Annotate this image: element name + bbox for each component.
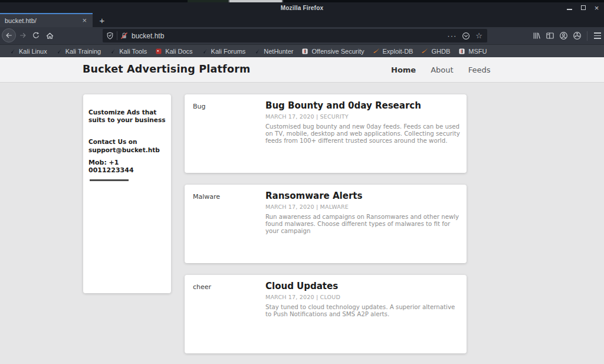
offsec-icon (458, 48, 465, 55)
offsec-icon (301, 48, 308, 55)
broken-image-alt-text: Malware (193, 193, 265, 201)
kali-dragon-icon (109, 48, 116, 55)
library-icon (532, 31, 541, 40)
url-actions: ··· ☆ (447, 32, 484, 40)
page-content: Customize Ads that suits to your busines… (0, 83, 604, 364)
nav-link-feeds[interactable]: Feeds (468, 65, 491, 74)
site-title: Bucket Advertising Platform (83, 63, 250, 75)
reload-icon (32, 31, 40, 40)
toolbar-separator (587, 31, 587, 41)
nav-link-home[interactable]: Home (391, 65, 416, 74)
back-button[interactable] (2, 28, 16, 42)
home-button[interactable] (43, 29, 56, 42)
insecure-lock-icon[interactable] (120, 32, 128, 40)
bookmark-exploit-db[interactable]: Exploit-DB (369, 45, 418, 58)
card-image-area: Bug (193, 100, 265, 167)
bookmark-label: Offensive Security (311, 48, 364, 55)
close-icon: × (595, 4, 599, 12)
reload-button[interactable] (29, 29, 42, 42)
bookmark-label: Kali Training (65, 48, 101, 55)
bookmark-label: Kali Linux (19, 48, 47, 55)
card-meta: MARCH 17, 2020 | CLOUD (265, 294, 461, 300)
bookmark-label: Kali Forums (211, 48, 246, 55)
bookmark-label: Kali Tools (119, 48, 147, 55)
kali-dragon-icon (9, 48, 16, 55)
card-description: Run awareness ad campaigns on Ransomware… (265, 214, 461, 235)
tab-close-icon[interactable]: × (81, 17, 88, 24)
toolbar-right-icons (530, 29, 604, 42)
card-body-area: Ransomware Alerts MARCH 17, 2020 | MALWA… (265, 191, 461, 257)
forward-icon (19, 31, 27, 40)
sidebar-mobile: Mob: +1 0011223344 (88, 159, 166, 174)
url-bar[interactable]: bucket.htb ··· ☆ (103, 29, 487, 42)
tab-bar: bucket.htb/ × + (0, 13, 604, 27)
bookmark-kali-training[interactable]: Kali Training (51, 45, 106, 58)
back-icon (5, 31, 13, 40)
ad-card-security: Bug Bug Bounty and 0day Research MARCH 1… (185, 94, 467, 173)
bookmark-label: Kali Docs (165, 48, 192, 55)
kali-dragon-icon (201, 48, 208, 55)
card-body-area: Cloud Updates MARCH 17, 2020 | CLOUD Sta… (265, 281, 461, 347)
new-tab-button[interactable]: + (94, 13, 110, 27)
pocket-icon[interactable] (462, 32, 470, 40)
minimize-button[interactable] (566, 4, 573, 12)
tracking-shield-icon[interactable] (106, 32, 114, 40)
home-icon (45, 31, 54, 40)
sidebar-toggle-button[interactable] (543, 29, 557, 42)
window-titlebar: Mozilla Firefox × (0, 2, 604, 13)
bookmark-kali-forums[interactable]: Kali Forums (197, 45, 250, 58)
bookmark-ghdb[interactable]: GHDB (417, 45, 454, 58)
sidebar-contact: Contact Us on support@bucket.htb (88, 138, 166, 153)
page-actions-icon[interactable]: ··· (447, 33, 457, 39)
bookmark-nethunter[interactable]: NetHunter (250, 45, 297, 58)
card-meta: MARCH 17, 2020 | SECURITY (265, 113, 461, 120)
minimize-icon (567, 9, 572, 10)
bookmark-kali-tools[interactable]: Kali Tools (105, 45, 151, 58)
sidebar-card: Customize Ads that suits to your busines… (83, 94, 171, 293)
ad-cards-column: Bug Bug Bounty and 0day Research MARCH 1… (185, 94, 467, 364)
kali-dragon-icon (254, 48, 261, 55)
library-button[interactable] (530, 29, 543, 42)
bookmark-offensive-security[interactable]: Offensive Security (297, 45, 368, 58)
hamburger-menu-icon (594, 32, 601, 38)
bookmark-kali-linux[interactable]: Kali Linux (5, 45, 51, 58)
nav-link-about[interactable]: About (431, 65, 453, 74)
tab-bucket-htb[interactable]: bucket.htb/ × (0, 13, 93, 27)
screen: { "window": { "title": "Mozilla Firefox"… (0, 0, 604, 364)
bookmark-star-icon[interactable]: ☆ (475, 32, 482, 40)
ad-card-cloud: cheer Cloud Updates MARCH 17, 2020 | CLO… (185, 275, 467, 353)
bookmark-label: Exploit-DB (383, 48, 413, 55)
card-body-area: Bug Bounty and 0day Research MARCH 17, 2… (265, 100, 461, 167)
bookmark-label: GHDB (431, 48, 450, 55)
menu-button[interactable] (590, 29, 604, 42)
account-button[interactable] (557, 29, 570, 42)
web-page: Bucket Advertising Platform Home About F… (0, 57, 604, 364)
card-image-area: cheer (193, 281, 265, 347)
kali-dragon-icon (55, 48, 63, 55)
card-description: Customised bug bounty and new 0day feeds… (265, 123, 461, 145)
bookmarks-toolbar: Kali Linux Kali Training Kali Tools Kali… (0, 44, 604, 57)
ad-card-malware: Malware Ransomware Alerts MARCH 17, 2020… (185, 185, 467, 263)
maximize-button[interactable] (579, 4, 587, 12)
broken-image-alt-text: Bug (193, 103, 265, 110)
tab-title: bucket.htb/ (5, 17, 81, 24)
bookmark-msfu[interactable]: MSFU (454, 45, 491, 58)
card-image-area: Malware (193, 191, 265, 257)
bookmark-kali-docs[interactable]: Kali Docs (151, 45, 196, 58)
url-text[interactable]: bucket.htb (132, 32, 447, 40)
forward-button[interactable] (17, 29, 29, 42)
bookmark-label: NetHunter (264, 48, 293, 55)
card-title: Cloud Updates (265, 281, 461, 291)
card-title: Bug Bounty and 0day Research (265, 100, 461, 111)
card-description: Stay tuned to cloud technology updates. … (265, 304, 461, 318)
extensions-button[interactable] (570, 29, 584, 42)
broken-image-alt-text: cheer (193, 283, 265, 291)
bookmark-label: MSFU (468, 48, 487, 55)
maximize-icon (581, 5, 586, 10)
site-nav: Home About Feeds (391, 65, 490, 74)
sidebar-pitch: Customize Ads that suits to your busines… (88, 109, 166, 124)
close-button[interactable]: × (593, 4, 600, 12)
sidebar-divider (90, 179, 129, 181)
window-title: Mozilla Firefox (281, 5, 323, 11)
card-title: Ransomware Alerts (265, 191, 461, 201)
